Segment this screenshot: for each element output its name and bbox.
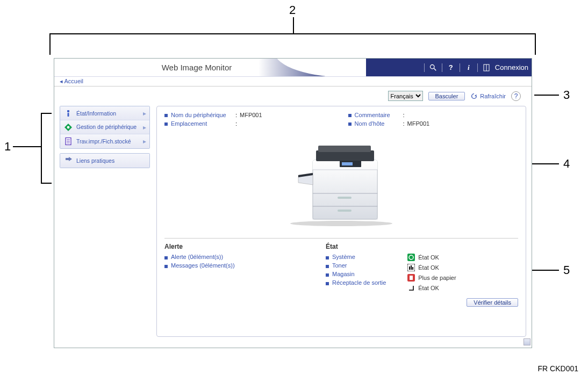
location-row: Emplacement :	[164, 120, 262, 127]
status-value-row: Plus de papier	[407, 274, 456, 282]
callout-line	[534, 95, 559, 96]
status-value: État OK	[418, 264, 439, 271]
callout-3: 3	[563, 88, 570, 102]
toner-ok-icon	[407, 264, 415, 271]
header-separator	[477, 63, 478, 72]
search-icon[interactable]	[429, 63, 438, 72]
status-value: État OK	[418, 285, 439, 291]
svg-line-1	[434, 68, 436, 70]
login-link[interactable]: Connexion	[495, 63, 528, 71]
sidebar-item-links[interactable]: Liens pratiques	[60, 154, 149, 168]
svg-rect-27	[409, 266, 410, 270]
status-link-toner[interactable]: Toner	[326, 262, 386, 269]
status-value: État OK	[418, 254, 439, 261]
sidebar-item-device-mgmt[interactable]: Gestion de périphérique ▸	[60, 120, 149, 134]
status-value-row: État OK	[407, 264, 456, 271]
comment-label: Commentaire	[355, 112, 403, 118]
alert-item[interactable]: Messages (0élément(s))	[164, 262, 245, 269]
svg-rect-18	[338, 210, 352, 212]
sidebar-item-label: Gestion de périphérique	[76, 124, 137, 130]
svg-point-7	[67, 126, 70, 128]
context-help-icon[interactable]: ?	[511, 91, 521, 101]
sidebar: État/Information ▸ Gestion de périphériq…	[60, 106, 150, 168]
verify-row: Vérifier détails	[164, 298, 518, 307]
status-link-tray[interactable]: Magasin	[326, 271, 386, 277]
separator	[164, 238, 518, 239]
bullet-icon	[164, 256, 168, 259]
svg-rect-21	[318, 146, 371, 152]
alert-item[interactable]: Alerte (0élément(s))	[164, 254, 304, 260]
language-select[interactable]: Français	[388, 91, 423, 101]
verify-details-button[interactable]: Vérifier détails	[467, 298, 518, 307]
callout-line	[41, 113, 52, 114]
status-value-row: État OK	[407, 284, 456, 292]
callout-line	[49, 33, 536, 34]
callout-line	[535, 33, 536, 55]
refresh-link[interactable]: Rafraîchir	[470, 92, 506, 100]
header-toolbar: ? i Connexion	[424, 59, 528, 76]
sidebar-item-printjob[interactable]: Trav.impr./Fich.stocké ▸	[60, 134, 149, 148]
callout-line	[13, 146, 41, 147]
bullet-icon	[326, 256, 329, 259]
callout-1: 1	[4, 140, 11, 154]
info-icon[interactable]: i	[464, 63, 473, 72]
bullet-icon	[164, 122, 168, 126]
status-link-label: Toner	[332, 262, 347, 269]
hostname-row: Nom d'hôte : MFP001	[348, 120, 430, 127]
status-column: État Système Toner Magasin Réceptacle de…	[326, 243, 518, 292]
printer-illustration	[279, 133, 403, 227]
callout-2: 2	[289, 3, 296, 17]
callout-4: 4	[563, 157, 570, 171]
login-icon[interactable]	[482, 63, 491, 72]
help-icon[interactable]: ?	[447, 63, 455, 72]
info-icon	[63, 109, 73, 118]
bullet-icon	[326, 282, 329, 285]
refresh-icon	[470, 92, 478, 100]
output-ok-icon	[407, 284, 415, 292]
document-icon	[63, 136, 73, 146]
alert-column: Alerte Alerte (0élément(s)) Messages (0é…	[164, 243, 304, 292]
bullet-icon	[164, 265, 168, 268]
device-icon	[63, 122, 73, 132]
device-name-value: MFP001	[240, 112, 262, 118]
bullet-icon	[348, 122, 352, 126]
sidebar-item-label: Liens pratiques	[76, 157, 114, 164]
header-separator	[460, 63, 460, 72]
status-link-output[interactable]: Réceptacle de sortie	[326, 279, 386, 286]
status-section: Alerte Alerte (0élément(s)) Messages (0é…	[164, 243, 518, 292]
sidebar-links-group: Liens pratiques	[60, 153, 150, 168]
hostname-label: Nom d'hôte	[355, 120, 403, 127]
svg-rect-24	[407, 254, 415, 261]
svg-rect-29	[412, 267, 413, 270]
controls-row: Français Basculer Rafraîchir ?	[54, 86, 532, 103]
breadcrumb-home: Accueil	[64, 78, 83, 84]
svg-rect-5	[68, 113, 69, 117]
figure-code: FR CKD001	[538, 364, 578, 373]
callout-line	[41, 183, 52, 184]
status-ok-icon	[407, 254, 415, 261]
sidebar-item-status[interactable]: État/Information ▸	[60, 106, 149, 120]
main-panel: Nom du périphérique : MFP001 Emplacement…	[156, 106, 526, 337]
device-name-row: Nom du périphérique : MFP001	[164, 112, 262, 118]
svg-rect-17	[338, 197, 352, 199]
device-info-grid: Nom du périphérique : MFP001 Emplacement…	[164, 112, 518, 127]
switch-button[interactable]: Basculer	[428, 92, 465, 100]
alert-item-label: Alerte (0élément(s))	[171, 254, 223, 260]
status-value: Plus de papier	[418, 275, 456, 281]
app-window: Web Image Monitor ? i Connexion ◂ Accuei…	[54, 58, 532, 348]
svg-point-12	[290, 221, 392, 226]
refresh-label: Rafraîchir	[480, 93, 506, 99]
status-title: État	[326, 243, 518, 250]
link-arrow-icon	[63, 156, 73, 165]
callout-line	[49, 33, 51, 55]
callout-line	[41, 113, 42, 183]
app-title: Web Image Monitor	[162, 63, 232, 72]
header-title-wrap: Web Image Monitor	[54, 59, 339, 76]
callout-line	[293, 17, 294, 33]
status-link-system[interactable]: Système	[326, 254, 386, 260]
alert-title: Alerte	[164, 243, 304, 250]
breadcrumb[interactable]: ◂ Accueil	[54, 77, 532, 86]
sidebar-item-label: Trav.impr./Fich.stocké	[76, 138, 131, 145]
scroll-down-icon[interactable]	[524, 338, 530, 345]
svg-rect-28	[411, 265, 412, 270]
